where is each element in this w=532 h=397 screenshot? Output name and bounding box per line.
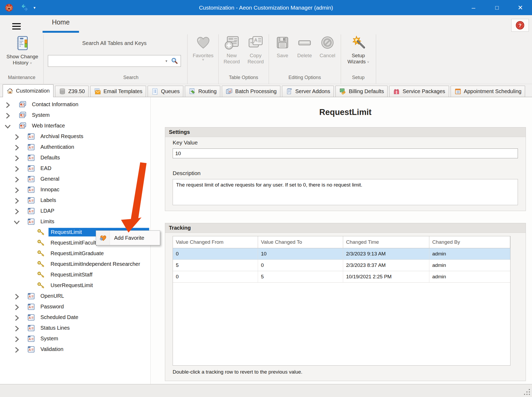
tracking-cell: 10/19/2021 2:25 PM <box>343 271 429 283</box>
tracking-row[interactable]: 0510/19/2021 2:25 PMadmin <box>173 271 510 283</box>
menu-item-add-favorite[interactable]: Add Favorite <box>110 235 144 241</box>
delete-button[interactable]: Delete <box>294 34 315 59</box>
chevron-right-icon[interactable] <box>13 208 21 214</box>
chevron-right-icon[interactable] <box>4 101 12 107</box>
chevron-right-icon[interactable] <box>13 346 21 352</box>
cancel-button[interactable]: Cancel <box>316 34 339 59</box>
search-dropdown-caret-icon[interactable]: ▾ <box>165 59 167 63</box>
page-title: RequestLimit <box>165 107 526 117</box>
tab-server-addons[interactable]: Server Addons <box>282 86 334 97</box>
tab-routing[interactable]: Routing <box>185 86 220 97</box>
favorites-button[interactable]: Favorites ˅ <box>188 34 218 61</box>
key-icon <box>36 271 46 279</box>
tree-item-system[interactable]: ASystem <box>0 333 150 344</box>
tab-customization[interactable]: Customization <box>3 84 53 97</box>
column-header-value-changed-from[interactable]: Value Changed From <box>173 236 258 248</box>
tree-item-labels[interactable]: ALabels <box>0 195 150 205</box>
tab-label: Z39.50 <box>68 88 85 94</box>
svg-text:A: A <box>29 316 31 320</box>
tree-item-innopac[interactable]: AInnopac <box>0 184 150 195</box>
chevron-right-icon[interactable] <box>4 112 12 118</box>
chevron-right-icon[interactable] <box>13 197 21 203</box>
tree-item-system[interactable]: System <box>0 110 150 120</box>
tree-item-contact-information[interactable]: Contact Information <box>0 99 150 110</box>
svg-text:A: A <box>29 337 31 341</box>
tree-item-validation[interactable]: AValidation <box>0 344 150 354</box>
tab-appointment-scheduling[interactable]: Appointment Scheduling <box>451 86 525 97</box>
column-header-changed-time[interactable]: Changed Time <box>343 236 429 248</box>
chevron-right-icon[interactable] <box>13 293 21 299</box>
chevron-right-icon[interactable] <box>13 303 21 310</box>
search-input[interactable] <box>48 58 165 64</box>
chevron-down-icon[interactable] <box>4 122 12 129</box>
chevron-right-icon[interactable] <box>13 314 21 320</box>
tree-item-label: Limits <box>38 217 56 226</box>
help-button[interactable]: ? <box>511 19 529 32</box>
show-change-history-button[interactable]: Show Change History ˅ <box>3 34 42 66</box>
chevron-right-icon[interactable] <box>13 186 21 193</box>
tree-item-requestlimitgraduate[interactable]: RequestLimitGraduate <box>0 248 150 259</box>
chevron-right-icon[interactable] <box>13 154 21 161</box>
tree-item-authentication[interactable]: AAuthentication <box>0 142 150 152</box>
description-box[interactable]: The request limit of active requests for… <box>173 179 518 205</box>
tree-item-ldap[interactable]: ALDAP <box>0 205 150 216</box>
table-icon: A <box>27 313 35 321</box>
key-value-input[interactable] <box>173 148 518 158</box>
tree-item-label: RequestLimitGraduate <box>48 249 106 258</box>
chevron-right-icon[interactable] <box>13 325 21 331</box>
chevron-down-icon[interactable] <box>13 218 21 225</box>
dropdown-caret-icon: ˅ <box>367 60 369 64</box>
tree-item-label: General <box>38 175 61 183</box>
tree-item-requestlimitstaff[interactable]: RequestLimitStaff <box>0 269 150 280</box>
tree-item-archival-requests[interactable]: AArchival Requests <box>0 131 150 142</box>
column-header-value-changed-to[interactable]: Value Changed To <box>258 236 343 248</box>
tab-batch-processing[interactable]: Batch Processing <box>222 86 280 97</box>
resize-grip[interactable] <box>523 388 530 395</box>
tree-item-defaults[interactable]: ADefaults <box>0 152 150 163</box>
column-header-changed-by[interactable]: Changed By <box>429 236 510 248</box>
hamburger-menu-icon[interactable] <box>12 23 21 30</box>
save-button[interactable]: Save <box>272 34 293 59</box>
chevron-right-icon[interactable] <box>13 176 21 182</box>
tab-z39-50[interactable]: Z39.50 <box>55 86 89 97</box>
chevron-right-icon[interactable] <box>13 165 21 171</box>
tab-email-templates[interactable]: Email Templates <box>90 86 146 97</box>
chevron-right-icon[interactable] <box>13 144 21 150</box>
tree-item-web-interface[interactable]: Web Interface <box>0 120 150 131</box>
context-menu: Add Favorite <box>96 230 160 245</box>
key-icon <box>36 260 46 268</box>
tracking-cell: 2/3/2023 8:37 AM <box>343 260 429 271</box>
close-button[interactable]: ✕ <box>509 0 532 15</box>
search-caption: Search All Tables and Keys <box>51 40 178 46</box>
maximize-button[interactable]: □ <box>485 0 509 15</box>
tracking-row[interactable]: 502/3/2023 8:37 AMadmin <box>173 260 510 271</box>
search-icon[interactable] <box>171 57 178 65</box>
copy-record-button[interactable]: A Copy Record <box>244 34 267 65</box>
chevron-right-icon[interactable] <box>13 335 21 342</box>
tab-service-packages[interactable]: Service Packages <box>389 86 449 97</box>
home-tab-underline <box>43 31 79 33</box>
ribbon-tab-home[interactable]: Home <box>43 18 79 26</box>
chevron-right-icon[interactable] <box>13 133 21 139</box>
setup-wizards-button[interactable]: Setup Wizards ˅ <box>344 34 373 65</box>
table-icon: A <box>27 345 35 353</box>
cancel-icon <box>320 34 335 51</box>
new-record-button[interactable]: New Record <box>220 34 243 65</box>
tree-item-ead[interactable]: AEAD <box>0 163 150 173</box>
tree-item-label: RequestLimitIndependent Researcher <box>48 260 142 268</box>
tracking-row[interactable]: 0102/3/2023 9:13 AMadmin <box>173 248 510 260</box>
tab-queues[interactable]: Queues <box>148 86 183 97</box>
key-icon <box>36 228 46 236</box>
tab-billing-defaults[interactable]: Billing Defaults <box>335 86 388 97</box>
tree-item-label: RequestLimitStaff <box>48 271 95 279</box>
tree-item-scheduled-date[interactable]: AScheduled Date <box>0 312 150 322</box>
tree-item-openurl[interactable]: AOpenURL <box>0 291 150 301</box>
tree-item-requestlimitindependent-researcher[interactable]: RequestLimitIndependent Researcher <box>0 259 150 269</box>
tree-item-limits[interactable]: ALimits <box>0 216 150 227</box>
tree-item-userrequestlimit[interactable]: UserRequestLimit <box>0 280 150 291</box>
tree-item-general[interactable]: AGeneral <box>0 173 150 184</box>
tree-item-status-lines[interactable]: AStatus Lines <box>0 322 150 333</box>
tree-item-password[interactable]: APassword <box>0 301 150 312</box>
batch-icon <box>226 88 233 95</box>
minimize-button[interactable]: – <box>462 0 485 15</box>
